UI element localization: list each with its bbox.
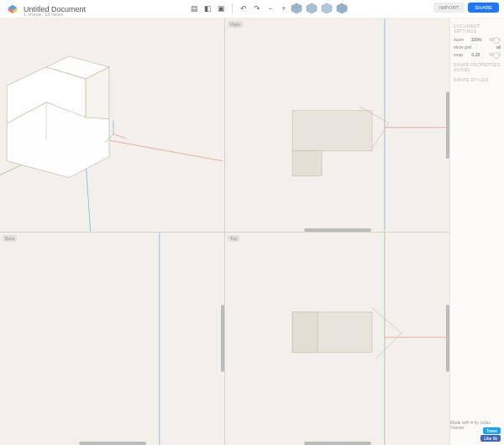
iso-cube-3[interactable] bbox=[320, 2, 333, 15]
section-document-settings: DOCUMENT SETTINGS bbox=[454, 24, 501, 34]
scrollbar-vertical[interactable] bbox=[221, 305, 224, 372]
viewport-perspective[interactable] bbox=[0, 18, 224, 232]
iso-cube-4[interactable] bbox=[335, 2, 349, 15]
setting-value[interactable]: all bbox=[496, 44, 501, 50]
svg-rect-24 bbox=[292, 151, 322, 176]
divider bbox=[232, 3, 233, 13]
iso-presets bbox=[290, 2, 349, 15]
setting-value: 0.25 bbox=[472, 52, 480, 57]
toolbar-right: IMPORT SHARE bbox=[433, 3, 499, 13]
viewport-right[interactable]: Right bbox=[225, 18, 449, 232]
section-shape-styles: SHAPE STYLES bbox=[454, 77, 501, 82]
viewport-label: Right bbox=[228, 21, 243, 28]
svg-marker-9 bbox=[337, 3, 347, 13]
viewport-back[interactable]: Back bbox=[0, 233, 224, 446]
social-buttons: Tweet Like 6k bbox=[480, 427, 501, 442]
undo-icon[interactable]: ↶ bbox=[238, 3, 249, 14]
snap-slider[interactable] bbox=[489, 53, 501, 56]
import-button[interactable]: IMPORT bbox=[433, 3, 465, 13]
viewport-label: Top bbox=[228, 235, 239, 242]
svg-marker-8 bbox=[322, 3, 332, 13]
svg-marker-7 bbox=[307, 3, 317, 13]
setting-label: show grid bbox=[454, 44, 471, 50]
scrollbar-horizontal[interactable] bbox=[79, 442, 146, 445]
setting-value: 100% bbox=[471, 37, 482, 42]
setting-grid: show grid all bbox=[454, 44, 501, 50]
save-icon[interactable]: ◧ bbox=[202, 3, 213, 14]
redo-icon[interactable]: ↷ bbox=[251, 3, 263, 14]
scrollbar-horizontal[interactable] bbox=[304, 442, 371, 445]
toolbar-center: ▤ ◧ ▣ ↶ ↷ − + bbox=[188, 3, 290, 14]
app-logo bbox=[7, 3, 18, 15]
minus-icon[interactable]: − bbox=[265, 3, 276, 14]
scrollbar-horizontal[interactable] bbox=[304, 228, 371, 232]
iso-cube-2[interactable] bbox=[305, 2, 318, 15]
tweet-button[interactable]: Tweet bbox=[483, 427, 501, 434]
setting-label: snap bbox=[454, 52, 463, 57]
svg-rect-29 bbox=[292, 312, 318, 352]
like-button[interactable]: Like 6k bbox=[480, 435, 501, 442]
section-shape-properties: SHAPE PROPERTIES (none) bbox=[454, 62, 501, 72]
viewport-top[interactable]: Top bbox=[225, 233, 449, 446]
svg-rect-23 bbox=[292, 111, 372, 151]
svg-line-18 bbox=[113, 134, 126, 139]
setting-zoom: zoom 100% bbox=[454, 37, 501, 42]
share-button[interactable]: SHARE bbox=[468, 3, 499, 13]
open-icon[interactable]: ▣ bbox=[215, 3, 227, 14]
sidebar-panel: DOCUMENT SETTINGS zoom 100% show grid al… bbox=[449, 18, 504, 445]
viewport-label: Back bbox=[3, 235, 17, 242]
plus-icon[interactable]: + bbox=[278, 3, 290, 14]
file-icon[interactable]: ▤ bbox=[188, 3, 200, 14]
iso-cube-1[interactable] bbox=[290, 2, 303, 15]
workspace: Right Back Top bbox=[0, 18, 449, 445]
setting-label: zoom bbox=[454, 37, 464, 42]
document-stats: 1 shape, 12 faces bbox=[24, 12, 63, 17]
zoom-slider[interactable] bbox=[489, 38, 501, 41]
setting-snap: snap 0.25 bbox=[454, 52, 501, 57]
